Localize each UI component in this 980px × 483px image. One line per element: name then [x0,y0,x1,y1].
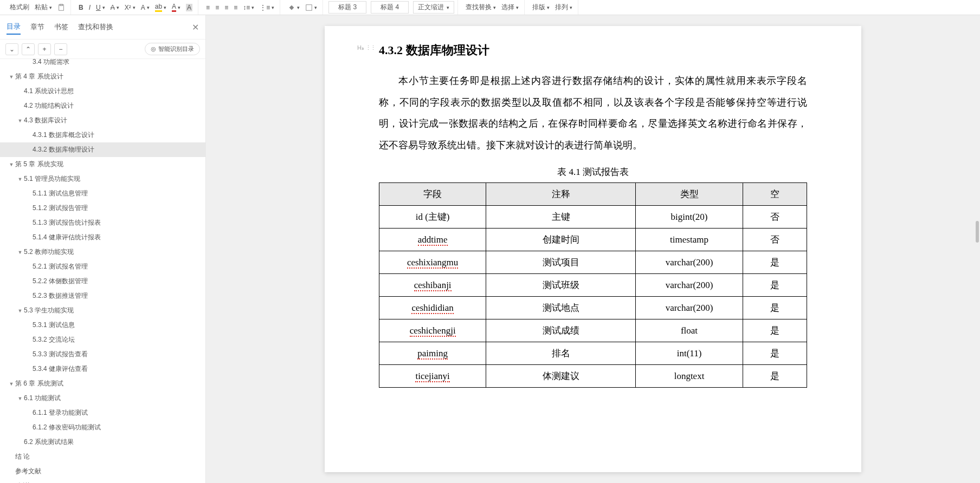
heading-level-indicator[interactable]: H₃⋮⋮ [357,44,375,51]
outline-item[interactable]: 4.3.1 数据库概念设计 [0,128,205,142]
outline-item[interactable]: 5.3.3 测试报告查看 [0,347,205,362]
outline-item[interactable]: 6.1.1 登录功能测试 [0,406,205,420]
type-cell: bigint(20) [636,206,743,229]
outline-item[interactable]: 5.1.2 测试报告管理 [0,201,205,216]
style-heading4-select[interactable]: 标题 4 [371,1,409,14]
table-header-cell: 空 [743,183,807,206]
format-painter-button[interactable]: 格式刷 [8,2,31,13]
comment-cell: 测试班级 [486,274,636,297]
collapse-up-button[interactable]: ⌃ [22,43,35,55]
document-area[interactable]: H₃⋮⋮ 4.3.2 数据库物理设计 本小节主要任务即是根据上述内容进行数据存储… [206,15,980,483]
outline-item[interactable]: ▼5.2 教师功能实现 [0,245,205,259]
outline-item-label: 4.3 数据库设计 [24,116,67,125]
tab-bookmarks[interactable]: 书签 [54,20,68,34]
italic-button[interactable]: I [87,3,93,12]
superscript-button[interactable]: X²▾ [122,3,138,12]
outline-item-label: 5.1.1 测试信息管理 [33,189,88,198]
outline-item[interactable]: 4.2 功能结构设计 [0,99,205,113]
outline-item[interactable]: ▼6.1 功能测试 [0,391,205,406]
list-button[interactable]: ⋮≡▾ [257,3,276,12]
outline-item-label: 5.1.3 测试报告统计报表 [33,218,101,227]
line-spacing-button[interactable]: ↕≡▾ [241,3,256,12]
border-button[interactable]: ▾ [303,3,319,12]
underline-button[interactable]: U▾ [94,3,107,12]
select-button[interactable]: 选择▾ [499,2,521,13]
align-left-button[interactable]: ≡ [204,3,212,12]
tab-find-replace[interactable]: 查找和替换 [78,20,113,34]
chevron-down-icon[interactable]: ▼ [8,381,15,387]
find-replace-button[interactable]: 查找替换▾ [463,2,498,13]
null-cell: 是 [743,365,807,388]
outline-item[interactable]: 3.4 功能需求 [0,59,205,69]
sidebar-tabs: 目录 章节 书签 查找和替换 ✕ [0,15,205,40]
outline-item[interactable]: 5.2.1 测试报名管理 [0,259,205,274]
outline-item-label: 5.3.4 健康评估查看 [33,364,88,374]
outline-item[interactable]: 结 论 [0,449,205,464]
outline-item[interactable]: ▼4.3 数据库设计 [0,113,205,128]
shading-button[interactable]: ▾ [286,3,302,12]
close-icon[interactable]: ✕ [192,22,199,32]
style-heading3-select[interactable]: 标题 3 [328,1,366,14]
style-body-select[interactable]: 正文缩进 ▾ [413,1,454,14]
outline-item[interactable]: 5.1.4 健康评估统计报表 [0,230,205,245]
outline-item[interactable]: ▼第 6 章 系统测试 [0,376,205,391]
arrange-button[interactable]: 排列▾ [553,2,575,13]
chevron-down-icon[interactable]: ▼ [16,396,24,401]
type-cell: varchar(200) [636,274,743,297]
paste-button[interactable]: 粘贴▾ [33,2,54,13]
highlight-button[interactable]: ab▾ [153,2,169,13]
outline-item[interactable]: 4.3.2 数据库物理设计 [0,142,205,157]
collapse-down-button[interactable]: ⌄ [5,43,18,55]
outline-item[interactable]: ▼5.3 学生功能实现 [0,303,205,318]
chevron-down-icon[interactable]: ▼ [16,177,24,182]
outline-item[interactable]: 5.3.4 健康评估查看 [0,362,205,376]
char-shading-button[interactable]: A [184,3,195,12]
chevron-down-icon[interactable]: ▼ [8,74,15,80]
chevron-down-icon[interactable]: ▼ [16,118,24,123]
align-center-button[interactable]: ≡ [213,3,221,12]
type-cell: timestamp [636,229,743,251]
outline-item-label: 第 6 章 系统测试 [15,379,63,388]
bold-button[interactable]: B [76,3,86,12]
outline-item-label: 第 4 章 系统设计 [15,72,63,81]
add-button[interactable]: + [38,43,51,55]
outline-item[interactable]: 6.2 系统测试结果 [0,435,205,449]
outline-item[interactable]: 5.2.3 数据推送管理 [0,289,205,303]
remove-button[interactable]: − [54,43,67,55]
outline-item[interactable]: 5.1.3 测试报告统计报表 [0,216,205,230]
outline-item[interactable]: 5.3.1 测试信息 [0,318,205,332]
smart-outline-button[interactable]: ◎ 智能识别目录 [145,43,200,55]
table-header-cell: 字段 [379,183,486,206]
font-color-button[interactable]: A▾ [170,2,183,13]
outline-item[interactable]: 参考文献 [0,464,205,479]
clipboard-icon[interactable] [55,3,67,12]
align-justify-button[interactable]: ≡ [231,3,240,12]
tab-chapters[interactable]: 章节 [30,20,44,34]
null-cell: 否 [743,229,807,251]
outline-item[interactable]: ▼第 5 章 系统实现 [0,157,205,172]
outline-item-label: 4.3.1 数据库概念设计 [33,130,94,140]
chevron-down-icon[interactable]: ▼ [8,162,15,167]
field-cell: ceshibanji [379,274,486,297]
outline-item[interactable]: 6.1.2 修改密码功能测试 [0,420,205,435]
outline-item[interactable]: ▼第 4 章 系统设计 [0,69,205,84]
outline-item[interactable]: 5.1.1 测试信息管理 [0,186,205,201]
strike-button[interactable]: A▾ [108,3,121,12]
table-caption: 表 4.1 测试报告表 [379,166,807,178]
layout-button[interactable]: 排版▾ [530,2,552,13]
outline-item[interactable]: 致 谢 [0,479,205,483]
table-row: ceshichengji测试成绩float是 [379,319,807,342]
outline-item[interactable]: 4.1 系统设计思想 [0,84,205,99]
chevron-down-icon[interactable]: ▼ [16,250,24,255]
type-cell: longtext [636,365,743,388]
outline-item-label: 5.3.2 交流论坛 [33,335,75,344]
outline-item[interactable]: 5.2.2 体侧数据管理 [0,274,205,289]
comment-cell: 排名 [486,342,636,365]
tab-outline[interactable]: 目录 [7,19,21,35]
scrollbar-thumb[interactable] [976,221,979,243]
align-right-button[interactable]: ≡ [222,3,230,12]
outline-item[interactable]: 5.3.2 交流论坛 [0,332,205,347]
chevron-down-icon[interactable]: ▼ [16,308,24,314]
font-effect-button[interactable]: A▾ [139,3,152,12]
outline-item[interactable]: ▼5.1 管理员功能实现 [0,172,205,186]
